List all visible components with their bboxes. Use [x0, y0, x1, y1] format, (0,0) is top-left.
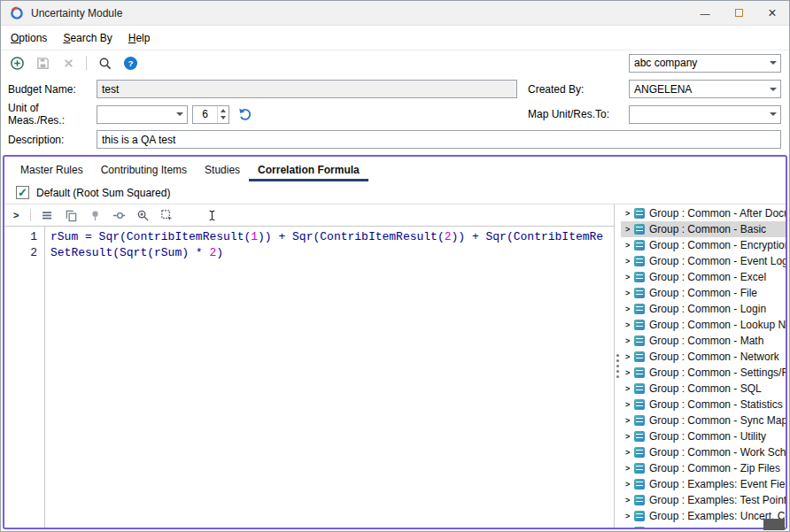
chevron-right-icon: >: [625, 480, 633, 489]
preview-button[interactable]: [111, 207, 127, 223]
maximize-button[interactable]: [722, 1, 755, 25]
map-unit-label: Map Unit/Res.To:: [528, 108, 629, 120]
group-list-item[interactable]: >Group : Common - Encryption: [621, 237, 786, 253]
budget-name-input[interactable]: [97, 80, 517, 98]
group-label: Group : Common - Statistics: [649, 398, 783, 411]
menu-search-by[interactable]: Search By: [55, 27, 120, 49]
group-list-item[interactable]: >Group : Examples: Uncert. Cont: [621, 508, 786, 524]
add-button[interactable]: [8, 54, 26, 72]
group-list-item[interactable]: >Group : Common - After Docum: [621, 205, 786, 221]
chevron-right-icon: >: [625, 448, 633, 457]
code-area[interactable]: rSum = Sqr(ContribItemResult(1)) + Sqr(C…: [45, 227, 614, 528]
help-button[interactable]: ?: [121, 54, 139, 72]
spinner-up-button[interactable]: [218, 106, 228, 115]
code-line: SetResult(Sqrt(rSum) * 2): [50, 245, 614, 261]
zoom-button[interactable]: [135, 207, 151, 223]
main-panel: Master Rules Contributing Items Studies …: [3, 155, 787, 529]
description-input[interactable]: [97, 130, 781, 149]
format-lines-button[interactable]: [39, 207, 55, 223]
group-book-icon: [634, 351, 645, 362]
marker-button[interactable]: [87, 207, 103, 223]
group-label: Group : Common - After Docum: [649, 207, 786, 220]
menu-help[interactable]: Help: [120, 27, 159, 49]
zoom-in-icon: [136, 209, 150, 222]
chevron-right-icon: >: [625, 384, 633, 393]
group-list-item[interactable]: >Group : Common - Network: [621, 349, 786, 365]
group-list-item[interactable]: >Group : Common - Login: [621, 301, 786, 317]
formula-editor[interactable]: 12 rSum = Sqr(ContribItemResult(1)) + Sq…: [4, 227, 614, 528]
group-book-icon: [634, 240, 645, 251]
group-list-item[interactable]: >Group : Common - Work Sched: [621, 444, 786, 460]
tab-master-rules[interactable]: Master Rules: [12, 158, 92, 181]
chevron-right-icon: >: [625, 400, 633, 409]
group-list-item[interactable]: >Group : Common - Sync Map: [621, 412, 786, 428]
group-book-icon: [634, 511, 645, 521]
tab-correlation-formula[interactable]: Correlation Formula: [249, 158, 368, 181]
editor-toolbar-separator: [30, 209, 31, 221]
company-combobox[interactable]: abc company: [629, 54, 781, 73]
editor-toolbar: >: [4, 204, 614, 227]
text-cursor: [204, 207, 220, 223]
default-checkbox-row: ✓ Default (Root Sum Squared): [4, 181, 786, 204]
group-list: >Group : Common - After Docum>Group : Co…: [621, 204, 786, 528]
splitter-handle[interactable]: [614, 204, 621, 528]
close-button[interactable]: ×: [755, 1, 789, 25]
group-list-item[interactable]: >Group : Common - Utility: [621, 428, 786, 444]
group-list-item[interactable]: >Group : Common - Lookup Nex: [621, 317, 786, 333]
group-list-item[interactable]: >Group : Examples: Event Fields: [621, 476, 786, 492]
uncertainty-module-window: Uncertainty Module — × Options Search By…: [0, 0, 790, 532]
group-list-item[interactable]: >Group : Common - Zip Files: [621, 460, 786, 476]
menu-options[interactable]: Options: [3, 27, 55, 49]
group-label: Group : Common - Excel: [649, 271, 766, 283]
group-book-icon: [634, 272, 645, 282]
save-button[interactable]: [34, 54, 51, 72]
created-by-combobox[interactable]: ANGELENA: [629, 80, 781, 98]
default-checkbox[interactable]: ✓: [16, 186, 29, 199]
group-list-item[interactable]: >Group : Common - Settings/Re: [621, 365, 786, 381]
group-list-item[interactable]: >Group : Uncertainty - All: [621, 524, 786, 528]
group-label: Group : Common - Lookup Nex: [649, 319, 786, 331]
spinner-down-button[interactable]: [218, 114, 228, 123]
created-by-label: Created By:: [528, 83, 629, 96]
group-list-item[interactable]: >Group : Common - File: [621, 285, 786, 301]
select-region-button[interactable]: [159, 207, 174, 223]
delete-x-icon: [61, 56, 76, 71]
group-book-icon: [634, 479, 645, 490]
precision-spinner[interactable]: 6: [192, 105, 229, 124]
tab-contributing-items[interactable]: Contributing Items: [92, 158, 196, 181]
group-list-item[interactable]: >Group : Common - Event Loggi: [621, 253, 786, 269]
tab-bar: Master Rules Contributing Items Studies …: [4, 157, 786, 181]
copy-button[interactable]: [63, 207, 79, 223]
map-unit-combobox[interactable]: [629, 105, 781, 124]
chevron-right-icon: >: [625, 257, 633, 266]
company-combobox-value: abc company: [630, 57, 766, 69]
chevron-right-icon: >: [625, 352, 633, 361]
group-list-item[interactable]: >Group : Common - SQL: [621, 381, 786, 397]
description-label: Description:: [8, 134, 97, 146]
group-list-item[interactable]: >Group : Examples: Test Point Fi: [621, 492, 786, 508]
unit-combobox[interactable]: [97, 105, 188, 124]
minimize-button[interactable]: —: [688, 1, 722, 25]
chevron-right-icon: >: [625, 225, 633, 234]
group-list-item[interactable]: >Group : Common - Excel: [621, 269, 786, 285]
chevron-right-icon: >: [625, 241, 633, 250]
group-label: Group : Common - Work Sched: [649, 446, 786, 459]
select-box-icon: [160, 209, 174, 222]
run-chevron-icon[interactable]: >: [13, 210, 22, 220]
group-label: Group : Common - Settings/Re: [649, 366, 786, 379]
group-label: Group : Common - Math: [649, 335, 763, 347]
group-list-item[interactable]: >Group : Common - Statistics: [621, 397, 786, 412]
group-list-item[interactable]: >Group : Common - Basic: [621, 221, 786, 237]
chevron-right-icon: >: [625, 416, 633, 425]
maximize-icon: [735, 9, 743, 17]
delete-button[interactable]: [59, 54, 77, 72]
scrollbar-thumb[interactable]: [763, 519, 785, 529]
tab-studies[interactable]: Studies: [196, 158, 249, 181]
chevron-right-icon: >: [625, 273, 633, 281]
group-label: Group : Common - Network: [649, 351, 779, 363]
unit-label: Unit of Meas./Res.:: [8, 102, 97, 127]
group-list-item[interactable]: >Group : Common - Math: [621, 333, 786, 349]
undo-button[interactable]: [236, 106, 253, 123]
editor-column: >: [4, 204, 614, 528]
search-button[interactable]: [96, 54, 113, 72]
